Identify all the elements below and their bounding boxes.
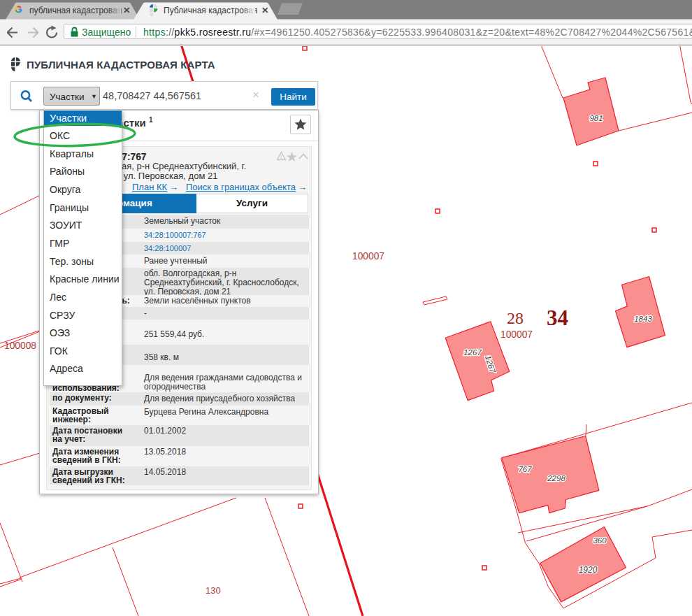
svg-text:публичная кадастровая: публичная кадастровая (29, 6, 122, 15)
svg-text:28: 28 (507, 309, 524, 327)
svg-text:981: 981 (589, 114, 603, 122)
svg-text:!: ! (280, 153, 282, 160)
svg-text:34: 34 (547, 306, 568, 330)
svg-text:1267: 1267 (463, 348, 482, 357)
svg-text:1843: 1843 (634, 315, 652, 323)
svg-text:2298: 2298 (547, 474, 565, 482)
svg-text:Защищено: Защищено (82, 27, 131, 38)
svg-text:1920: 1920 (579, 565, 598, 575)
svg-text:https://pkk5.rosreestr.ru/#x=4: https://pkk5.rosreestr.ru/#x=4961250.405… (143, 27, 692, 38)
svg-text:100007: 100007 (500, 329, 533, 340)
svg-text:100008: 100008 (4, 341, 36, 351)
svg-text:100007: 100007 (352, 251, 384, 262)
svg-text:767: 767 (518, 465, 532, 473)
svg-text:360: 360 (593, 536, 607, 545)
svg-text:✕: ✕ (123, 6, 130, 15)
svg-text:✕: ✕ (261, 6, 268, 15)
svg-text:130: 130 (206, 585, 221, 596)
